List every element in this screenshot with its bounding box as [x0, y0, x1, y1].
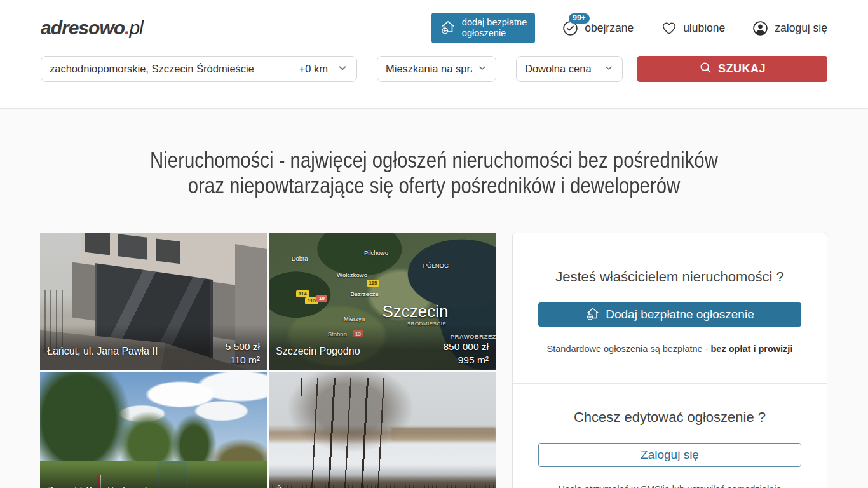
- listing-title: Zamość Karolówka, ul.: [47, 485, 150, 488]
- chevron-down-icon: [604, 63, 614, 76]
- logo-tld: pl: [129, 17, 142, 38]
- listing-price: 850 000 zł: [443, 340, 489, 353]
- map-town-label: Mierzyn: [344, 315, 365, 322]
- heart-icon: [660, 20, 677, 37]
- listing-title: Łańcut, ul. Jana Pawła II: [47, 346, 158, 357]
- viewed-label: obejrzane: [585, 22, 634, 35]
- logo-text: adresowo: [41, 17, 125, 38]
- map-city-label: Szczecin: [383, 302, 449, 322]
- search-button[interactable]: SZUKAJ: [637, 56, 827, 82]
- map-town-label: Dobra: [292, 255, 308, 262]
- add-listing-label: dodaj bezpłatne ogłoszenie: [462, 17, 527, 39]
- listing-title: Żagary: [276, 485, 308, 488]
- user-circle-icon: [752, 20, 769, 37]
- chevron-down-icon: [337, 62, 348, 76]
- location-select[interactable]: zachodniopomorskie, Szczecin Śródmieście…: [41, 56, 357, 82]
- offer-type-select[interactable]: Mieszkania na sprzedaż: [377, 56, 496, 82]
- add-free-listing-button[interactable]: Dodaj bezpłatne ogłoszenie: [538, 302, 801, 327]
- listing-card[interactable]: Zamość Karolówka, ul. 160 000 zł: [40, 372, 267, 488]
- add-listing-button[interactable]: dodaj bezpłatne ogłoszenie: [431, 13, 535, 43]
- owner-heading: Jesteś właścicielem nieruchomości ?: [538, 269, 801, 285]
- map-town-label: Pilchowo: [364, 249, 388, 256]
- viewed-link[interactable]: 99+ obejrzane: [562, 20, 634, 37]
- listing-card[interactable]: Żagary 258 000 zł: [269, 372, 496, 488]
- add-free-listing-label: Dodaj bezpłatne ogłoszenie: [606, 308, 754, 322]
- house-plus-icon: [440, 18, 456, 37]
- listing-caption: Żagary 258 000 zł: [269, 464, 496, 488]
- search-button-label: SZUKAJ: [718, 62, 766, 76]
- check-circle-icon: 99+: [562, 20, 579, 37]
- road-badge: 10: [316, 295, 327, 302]
- listing-caption: Szczecin Pogodno 850 000 zł 995 m²: [269, 325, 496, 370]
- listing-grid: Łańcut, ul. Jana Pawła II 5 500 zł 110 m…: [40, 233, 496, 488]
- favorites-label: ulubione: [683, 22, 725, 35]
- header-actions: dodaj bezpłatne ogłoszenie 99+ obejrzane: [431, 13, 827, 43]
- listing-caption: Łańcut, ul. Jana Pawła II 5 500 zł 110 m…: [40, 325, 267, 370]
- map-town-label: Bezrzecze: [351, 290, 379, 297]
- road-badge: 114: [296, 290, 309, 297]
- listing-title: Szczecin Pogodno: [276, 346, 360, 357]
- listing-area: 110 m²: [226, 353, 260, 367]
- owner-section: Jesteś właścicielem nieruchomości ? Doda…: [513, 233, 827, 383]
- search-icon: [699, 61, 712, 78]
- edit-section: Chcesz edytować ogłoszenie ? Zaloguj się…: [513, 383, 827, 488]
- chevron-down-icon: [477, 63, 487, 76]
- search-bar: zachodniopomorskie, Szczecin Śródmieście…: [0, 56, 868, 82]
- edit-note: Hasło otrzymałeś w SMS'ie lub ustawiłeś …: [538, 484, 801, 488]
- login-label: zaloguj się: [775, 22, 827, 35]
- page-content: Nieruchomości - najwięcej ogłoszeń nieru…: [0, 108, 868, 488]
- listing-pricing: 850 000 zł 995 m²: [443, 340, 489, 367]
- edit-heading: Chcesz edytować ogłoszenie ?: [538, 409, 801, 426]
- road-badge: 115: [367, 280, 380, 287]
- radius-value: +0 km: [299, 63, 337, 75]
- price-value: Dowolna cena: [525, 63, 592, 75]
- listing-area: 995 m²: [443, 353, 489, 367]
- header-row: adresowo.pl dodaj bezpłatne ogłoszenie: [0, 0, 868, 56]
- house-plus-icon: [585, 306, 600, 324]
- listing-card[interactable]: Dobra Wołczkowo Bezrzecze Pilchowo PÓŁNO…: [269, 233, 496, 370]
- listing-caption: Zamość Karolówka, ul. 160 000 zł: [40, 464, 267, 488]
- main-area: Łańcut, ul. Jana Pawła II 5 500 zł 110 m…: [0, 233, 868, 488]
- favorites-link[interactable]: ulubione: [660, 20, 725, 37]
- top-bar: adresowo.pl dodaj bezpłatne ogłoszenie: [0, 0, 868, 108]
- map-town-label: Wołczkowo: [337, 271, 367, 278]
- login-link[interactable]: zaloguj się: [752, 20, 827, 37]
- viewed-count-badge: 99+: [569, 13, 589, 24]
- owner-note: Standardowe ogłoszenia są bezpłatne - be…: [538, 344, 801, 354]
- map-town-label: PÓŁNOC: [423, 262, 449, 269]
- listing-card[interactable]: Łańcut, ul. Jana Pawła II 5 500 zł 110 m…: [40, 233, 267, 370]
- listing-pricing: 5 500 zł 110 m²: [226, 340, 260, 367]
- owner-panel: Jesteś właścicielem nieruchomości ? Doda…: [512, 233, 827, 488]
- price-select[interactable]: Dowolna cena: [516, 56, 623, 82]
- page-title: Nieruchomości - najwięcej ogłoszeń nieru…: [69, 147, 798, 198]
- listing-price: 5 500 zł: [226, 340, 260, 353]
- offer-type-value: Mieszkania na sprzedaż: [386, 63, 472, 75]
- location-value: zachodniopomorskie, Szczecin Śródmieście: [50, 63, 254, 75]
- sidebar-login-button[interactable]: Zaloguj się: [538, 443, 801, 467]
- site-logo[interactable]: adresowo.pl: [41, 17, 143, 39]
